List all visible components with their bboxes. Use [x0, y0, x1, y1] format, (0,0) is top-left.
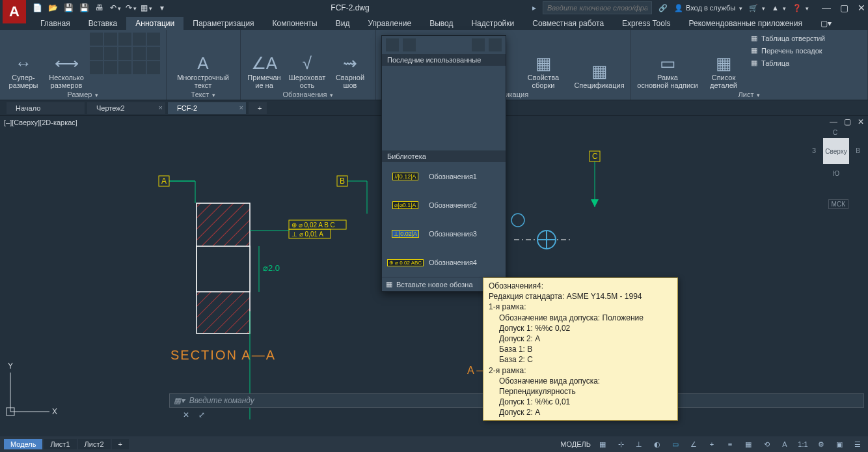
- dim-tool-button[interactable]: [90, 33, 103, 46]
- tab-output[interactable]: Вывод: [420, 17, 462, 30]
- quick-access-toolbar: 📄 📂 💾 💾 🖶 ↶ ↷ ▦ ▾: [31, 2, 168, 14]
- note-icon: ∠A: [251, 53, 277, 74]
- gallery-item-3[interactable]: ⊥|0.02|AОбозначения3: [382, 219, 506, 248]
- polar-icon[interactable]: ◐: [651, 438, 664, 450]
- multi-dim-button[interactable]: ⟷Несколько размеров: [47, 33, 86, 89]
- cmd-close-icon[interactable]: ✕: [180, 409, 193, 421]
- mtext-button[interactable]: AМногострочный текст: [170, 33, 236, 89]
- table-button[interactable]: ▦ Таблица: [747, 57, 829, 68]
- bom-button[interactable]: ▦Спецификация: [572, 33, 627, 89]
- layout-add[interactable]: +: [112, 439, 129, 449]
- app-exchange-icon[interactable]: ▲: [772, 4, 786, 12]
- anno-icon[interactable]: A: [778, 438, 791, 450]
- tab-home[interactable]: Главная: [31, 17, 79, 30]
- gallery-btn-3[interactable]: [472, 38, 485, 51]
- close-icon[interactable]: ✕: [858, 3, 865, 13]
- ortho-icon[interactable]: ⊥: [632, 438, 645, 450]
- titleblock-button[interactable]: ▭Рамка основной надписи: [635, 33, 700, 89]
- grid-icon[interactable]: ▦: [596, 438, 609, 450]
- note-button[interactable]: ∠AПримечан ие на: [245, 33, 284, 89]
- tab-parametric[interactable]: Параметризация: [183, 17, 263, 30]
- tab-insert[interactable]: Вставка: [79, 17, 127, 30]
- weld-button[interactable]: ⇝Сварной шов: [331, 33, 370, 89]
- tab-addins[interactable]: Надстройки: [462, 17, 523, 30]
- maximize-icon[interactable]: ▢: [840, 3, 848, 13]
- svg-text:C: C: [592, 152, 598, 161]
- gallery-recent-head: Последние использованные: [382, 54, 506, 66]
- text-icon: A: [197, 53, 208, 74]
- asm-props-button[interactable]: ▦Свойства сборки: [524, 33, 563, 89]
- gallery-item-2[interactable]: ⌀|⌀0.1|AОбозначения2: [382, 191, 506, 219]
- layout-sheet1[interactable]: Лист1: [44, 439, 76, 449]
- svg-text:⊥ ⌀ 0,01 A: ⊥ ⌀ 0,01 A: [292, 231, 323, 238]
- gallery-btn-4[interactable]: [489, 38, 502, 51]
- tab-view[interactable]: Вид: [327, 17, 359, 30]
- tab-annotate[interactable]: Аннотации: [126, 17, 183, 30]
- collab-icon[interactable]: 🔗: [658, 4, 668, 12]
- iso-icon[interactable]: ▣: [833, 438, 846, 450]
- doctab-fcf2[interactable]: FCF-2×: [168, 102, 246, 114]
- qat-layerprop-icon[interactable]: ▦: [141, 2, 152, 14]
- cycle-icon[interactable]: ⟲: [760, 438, 773, 450]
- ribbon-tabs: Главная Вставка Аннотации Параметризация…: [0, 16, 868, 30]
- qat-undo-icon[interactable]: ↶: [109, 2, 121, 14]
- gallery-recent-area: [382, 66, 506, 150]
- qat-saveas-icon[interactable]: 💾: [78, 2, 90, 14]
- doctab-add[interactable]: +: [249, 102, 267, 114]
- gear-icon[interactable]: ⚙: [815, 438, 828, 450]
- tab-overflow-icon[interactable]: ▢▾: [811, 17, 841, 30]
- roughness-button[interactable]: √Шероховат ость: [288, 33, 327, 89]
- qat-redo-icon[interactable]: ↷: [125, 2, 137, 14]
- table-icon: ▦: [536, 53, 552, 74]
- close-tab-icon[interactable]: ×: [239, 104, 243, 111]
- layout-tabs: Модель Лист1 Лист2 +: [4, 439, 129, 449]
- tab-featured[interactable]: Рекомендованные приложения: [680, 17, 811, 30]
- minimize-icon[interactable]: —: [822, 3, 831, 13]
- layout-sheet2[interactable]: Лист2: [78, 439, 111, 449]
- super-dim-button[interactable]: ↔Супер- размеры: [4, 33, 43, 89]
- doctab-start[interactable]: Начало: [7, 102, 85, 114]
- snap-icon[interactable]: ⊹: [614, 438, 627, 450]
- app-icon[interactable]: A: [3, 0, 26, 23]
- tab-manage[interactable]: Управление: [359, 17, 420, 30]
- svg-rect-2: [197, 246, 250, 292]
- bom-icon: ▦: [591, 61, 608, 81]
- close-tab-icon[interactable]: ×: [159, 104, 163, 111]
- customize-icon[interactable]: ☰: [851, 438, 864, 450]
- titleblock-icon: ▭: [660, 53, 676, 74]
- gallery-lib-head: Библиотека: [382, 150, 506, 162]
- fittable-button[interactable]: ▦ Перечень посадок: [747, 45, 829, 56]
- cart-icon[interactable]: 🛒: [749, 4, 765, 12]
- dyn-icon[interactable]: +: [705, 438, 718, 450]
- help-icon[interactable]: ❓: [793, 4, 809, 12]
- sign-in[interactable]: 👤 Вход в службы: [674, 4, 742, 12]
- qat-save-icon[interactable]: 💾: [62, 2, 74, 14]
- partslist-button[interactable]: ▦Список деталей: [704, 33, 743, 89]
- tab-express[interactable]: Express Tools: [613, 17, 679, 30]
- search-input[interactable]: [543, 1, 652, 14]
- gallery-btn-2[interactable]: [403, 38, 416, 51]
- layout-model[interactable]: Модель: [4, 439, 42, 449]
- osnap-icon[interactable]: ▭: [669, 438, 682, 450]
- otrack-icon[interactable]: ∠: [687, 438, 700, 450]
- doctab-drawing2[interactable]: Чертеж2×: [87, 102, 165, 114]
- gallery-item-1[interactable]: //|0.12|AОбозначения1: [382, 162, 506, 191]
- qat-new-icon[interactable]: 📄: [31, 2, 43, 14]
- gallery-btn-1[interactable]: [386, 38, 399, 51]
- window-title: FCF-2.dwg: [168, 3, 532, 12]
- cmd-expand-icon[interactable]: ⤢: [195, 409, 208, 421]
- svg-text:⊕ ⌀ 0,02 A B C: ⊕ ⌀ 0,02 A B C: [292, 221, 335, 229]
- scale-icon[interactable]: 1:1: [796, 438, 809, 450]
- qat-open-icon[interactable]: 📂: [47, 2, 59, 14]
- lwt-icon[interactable]: ≡: [724, 438, 737, 450]
- trans-icon[interactable]: ▦: [742, 438, 755, 450]
- holetable-button[interactable]: ▦ Таблица отверстий: [747, 33, 829, 44]
- gallery-item-4[interactable]: ⊕ ⌀ 0.02 ABCОбозначения4: [382, 248, 506, 277]
- tab-collab[interactable]: Совместная работа: [523, 17, 613, 30]
- qat-dropdown-icon[interactable]: ▾: [156, 2, 168, 14]
- status-model-label[interactable]: МОДЕЛЬ: [560, 440, 591, 448]
- tab-components[interactable]: Компоненты: [264, 17, 327, 30]
- svg-text:B: B: [340, 177, 345, 186]
- qat-print-icon[interactable]: 🖶: [94, 2, 105, 14]
- dimension-icon: ↔: [15, 53, 32, 74]
